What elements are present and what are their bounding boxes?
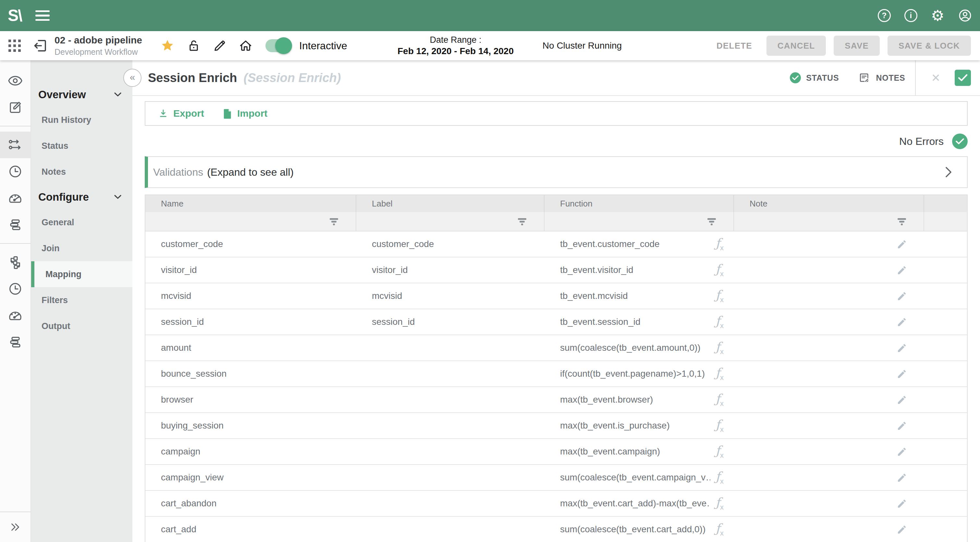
import-button[interactable]: Import [222,108,267,119]
nav-item-label: Mapping [45,269,81,279]
table-row: bounce_session if(count(tb_event.pagenam… [145,361,967,387]
notes-button[interactable]: NOTES [858,71,905,84]
sidebar-item-general[interactable]: General [31,209,132,235]
filter-name[interactable] [145,212,356,231]
gauge-icon[interactable] [0,185,31,211]
settings-gear-icon[interactable]: ⚙ [931,8,944,23]
expand-rail-button[interactable] [0,512,31,542]
function-editor-icon[interactable]: ƒx [716,315,724,330]
sidebar-item-notes[interactable]: Notes [31,159,132,185]
delete-button[interactable]: DELETE [710,36,759,56]
notes-button-label: NOTES [876,73,905,82]
edit-note-pencil-icon[interactable] [896,472,907,483]
edit-note-pencil-icon[interactable] [896,524,907,535]
pipeline-toolbar: 02 - adobe pipeline Development Workflow [0,31,980,60]
nav-item-label: Output [41,321,70,331]
filter-function[interactable] [544,212,734,231]
function-editor-icon[interactable]: ƒx [716,237,724,252]
status-button[interactable]: STATUS [790,72,839,83]
validations-expander[interactable]: Validations (Expand to see all) [145,156,968,188]
chevron-right-icon [946,167,951,177]
clock-icon[interactable] [0,158,31,185]
stack-icon[interactable] [0,211,31,238]
function-editor-icon[interactable]: ƒx [716,289,724,303]
back-to-list-icon[interactable] [32,37,49,54]
edit-note-pencil-icon[interactable] [896,394,907,405]
file-icon [222,108,233,119]
function-editor-icon[interactable]: ƒx [716,418,724,433]
account-icon[interactable] [958,8,972,23]
cell-label: customer_code [356,231,544,257]
filter-label[interactable] [356,212,544,231]
save-button[interactable]: SAVE [834,36,880,56]
function-editor-icon[interactable]: ƒx [716,522,724,537]
info-icon[interactable]: i [904,9,917,22]
function-editor-icon[interactable]: ƒx [716,263,724,277]
favorite-star-icon[interactable] [160,38,175,54]
help-icon[interactable]: ? [878,9,891,22]
sidebar-item-join[interactable]: Join [31,235,132,261]
function-editor-icon[interactable]: ƒx [716,367,724,381]
cancel-button[interactable]: CANCEL [767,36,826,56]
date-range[interactable]: Date Range : Feb 12, 2020 - Feb 14, 2020 [398,35,514,57]
sidebar-item-mapping[interactable]: Mapping [31,261,132,287]
column-header-function[interactable]: Function [544,195,734,212]
column-header-note[interactable]: Note [734,195,924,212]
column-header-label[interactable]: Label [356,195,544,212]
table-filter-row [145,212,967,231]
cell-name: mcvisid [145,283,356,309]
cell-function: sum(coalesce(tb_event.cart_add,0)) ƒx [544,517,734,542]
filter-note[interactable] [734,212,924,231]
edit-note-pencil-icon[interactable] [896,498,907,509]
function-editor-icon[interactable]: ƒx [716,496,724,511]
function-editor-icon[interactable]: ƒx [716,341,724,355]
edit-note-pencil-icon[interactable] [896,316,907,327]
collapse-panel-button[interactable]: « [123,69,142,87]
function-editor-icon[interactable]: ƒx [716,444,724,459]
mapping-table-body: customer_code customer_code tb_event.cus… [145,231,967,542]
edit-note-pencil-icon[interactable] [896,290,907,301]
schema-icon[interactable] [0,249,31,276]
function-editor-icon[interactable]: ƒx [716,471,724,485]
edit-note-pencil-icon[interactable] [896,446,907,457]
cell-actions [924,465,967,490]
sidebar-item-run-history[interactable]: Run History [31,107,132,133]
edit-note-pencil-icon[interactable] [896,239,907,250]
interactive-toggle-label: Interactive [299,40,347,52]
sidebar-item-status[interactable]: Status [31,133,132,159]
sidebar-item-output[interactable]: Output [31,313,132,339]
edit-note-pencil-icon[interactable] [896,420,907,431]
column-header-name[interactable]: Name [145,195,356,212]
home-icon[interactable] [238,38,253,53]
edit-note-pencil-icon[interactable] [896,342,907,353]
cell-label-text: session_id [372,317,415,327]
clock-icon[interactable] [0,276,31,302]
cell-function: max(tb_event.browser) ƒx [544,387,734,412]
rail-divider [0,126,31,127]
save-lock-button[interactable]: SAVE & LOCK [888,36,971,56]
edit-note-pencil-icon[interactable] [896,368,907,379]
cell-label: mcvisid [356,283,544,309]
route-icon[interactable] [0,132,31,158]
eye-icon[interactable] [0,67,31,94]
function-editor-icon[interactable]: ƒx [716,393,724,407]
export-button[interactable]: Export [158,108,204,119]
menu-icon[interactable] [35,10,50,21]
confirm-checkbox[interactable] [955,70,971,86]
apps-grid-icon[interactable] [8,40,21,52]
unlock-icon[interactable] [186,38,201,53]
stack-icon[interactable] [0,329,31,355]
edit-note-pencil-icon[interactable] [896,265,907,276]
cell-label: session_id [356,309,544,334]
sidenav-section-overview[interactable]: Overview [31,82,132,107]
sidenav-section-configure[interactable]: Configure [31,185,132,209]
edit-pencil-icon[interactable] [212,38,227,53]
gauge-icon[interactable] [0,302,31,329]
close-icon[interactable]: ✕ [931,71,941,84]
cell-note [734,361,924,387]
compose-icon[interactable] [0,94,31,120]
no-errors-check-icon [952,133,968,149]
sidebar-item-filters[interactable]: Filters [31,287,132,313]
interactive-toggle[interactable] [266,39,290,52]
cell-label-text: visitor_id [372,265,407,275]
